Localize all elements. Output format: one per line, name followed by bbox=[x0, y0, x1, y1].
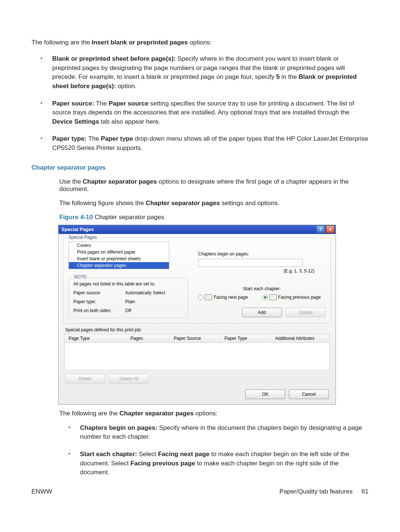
footer-section: Paper/Quality tab features bbox=[280, 488, 353, 495]
radio-facing-previous[interactable]: Facing previous page bbox=[263, 294, 321, 300]
note-line: All pages not listed in this table are s… bbox=[73, 281, 183, 287]
list-item: Blank or preprinted sheet before page(s)… bbox=[31, 54, 369, 91]
page-footer: ENWW Paper/Quality tab features 61 bbox=[31, 488, 369, 495]
note-legend: NOTE: bbox=[73, 274, 89, 280]
radio-facing-next[interactable]: Facing next page bbox=[198, 294, 248, 300]
example-text: (E.g. 1, 3, 5-12) bbox=[198, 268, 326, 274]
chapter-intro-1: Use the Chapter separator pages options … bbox=[59, 178, 369, 193]
chapters-pages-label: Chapters begin on pages: bbox=[198, 251, 326, 257]
section-heading: Chapter separator pages bbox=[31, 164, 369, 171]
cancel-button[interactable]: Cancel bbox=[289, 389, 329, 399]
radio-icon bbox=[263, 295, 268, 300]
start-chapter-label: Start each chapter: bbox=[198, 286, 326, 291]
note-row: Paper type:Plain bbox=[73, 299, 183, 304]
ok-button[interactable]: OK bbox=[245, 389, 285, 399]
list-option-different-paper[interactable]: Print pages on different paper bbox=[69, 249, 169, 255]
list-item: Paper type: The Paper type drop-down men… bbox=[31, 134, 369, 153]
dialog-title: Special Pages bbox=[59, 227, 316, 232]
col-paper-type[interactable]: Paper Type bbox=[221, 334, 271, 342]
list-item: Start each chapter: Select Facing next p… bbox=[59, 450, 369, 477]
intro-text: The following are the Insert blank or pr… bbox=[31, 39, 369, 46]
chapter-intro-2: The following figure shows the Chapter s… bbox=[59, 200, 369, 207]
note-row: Print on both sides:Off bbox=[73, 308, 183, 313]
delete-all-button[interactable]: Delete All bbox=[109, 374, 149, 384]
list-option-chapter-separator[interactable]: Chapter separator pages bbox=[69, 262, 169, 269]
special-pages-dialog: Special Pages ? × Special Pages Covers P… bbox=[58, 225, 336, 405]
update-button[interactable]: Update bbox=[286, 308, 326, 317]
list-item: Paper source: The Paper source setting s… bbox=[31, 99, 369, 127]
radio-icon bbox=[198, 295, 203, 300]
footer-left: ENWW bbox=[31, 488, 280, 495]
chapters-pages-input[interactable] bbox=[198, 259, 303, 267]
col-pages[interactable]: Pages bbox=[127, 334, 170, 342]
special-pages-groupbox: Special Pages Covers Print pages on diff… bbox=[63, 238, 331, 324]
bullet-list-bottom: Chapters begin on pages: Specify where i… bbox=[59, 424, 369, 477]
delete-button[interactable]: Delete bbox=[65, 374, 105, 384]
defined-pages-table[interactable]: Page Type Pages Paper Source Paper Type … bbox=[64, 334, 330, 370]
note-box: NOTE: All pages not listed in this table… bbox=[69, 277, 188, 318]
help-icon[interactable]: ? bbox=[316, 225, 325, 233]
groupbox-legend: Special Pages bbox=[67, 235, 99, 240]
list-item: Chapters begin on pages: Specify where i… bbox=[59, 424, 369, 442]
bullet-list-top: Blank or preprinted sheet before page(s)… bbox=[31, 54, 369, 153]
page-type-listbox[interactable]: Covers Print pages on different paper In… bbox=[69, 242, 169, 269]
page-icon bbox=[205, 294, 212, 300]
list-option-insert-blank[interactable]: Insert blank or preprinted sheets bbox=[69, 255, 169, 262]
page-number: 61 bbox=[361, 488, 369, 495]
note-row: Paper source:Automatically Select bbox=[73, 290, 183, 295]
figure-caption: Figure 4-10 Chapter separator pages bbox=[59, 214, 369, 221]
page-icon bbox=[269, 294, 277, 300]
close-icon[interactable]: × bbox=[326, 225, 334, 233]
list-option-covers[interactable]: Covers bbox=[69, 242, 169, 249]
defined-pages-label: Special pages defined for this print job… bbox=[65, 327, 336, 332]
after-figure-text: The following are the Chapter separator … bbox=[59, 410, 369, 417]
col-paper-source[interactable]: Paper Source bbox=[170, 334, 221, 342]
col-additional[interactable]: Additional Attributes bbox=[271, 334, 329, 342]
titlebar: Special Pages ? × bbox=[59, 225, 336, 234]
col-page-type[interactable]: Page Type bbox=[65, 334, 127, 342]
add-button[interactable]: Add bbox=[242, 308, 282, 317]
